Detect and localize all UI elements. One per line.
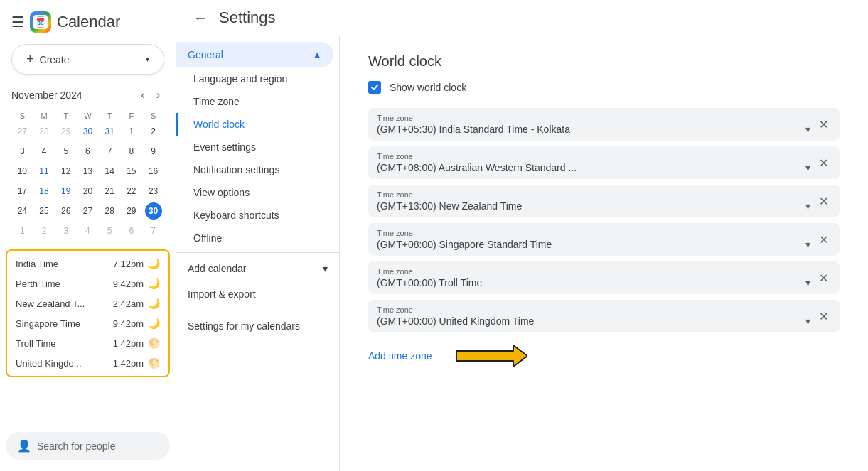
- sidebar-header: ☰ 30 Calendar: [0, 6, 176, 38]
- calendar-day[interactable]: 12: [55, 161, 77, 181]
- tz-close-nz[interactable]: ✕: [816, 192, 831, 211]
- tz-dropdown-chevron-troll[interactable]: ▾: [805, 277, 810, 288]
- wc-perth-name: Perth Time: [16, 278, 105, 289]
- calendar-day[interactable]: 30: [77, 121, 99, 141]
- calendar-day[interactable]: 3: [11, 141, 33, 161]
- tz-dropdown-chevron-uk[interactable]: ▾: [805, 315, 810, 327]
- calendar-month: November 2024: [11, 90, 82, 101]
- calendar-day[interactable]: 8: [121, 141, 143, 161]
- tz-dropdown-chevron[interactable]: ▾: [805, 124, 810, 135]
- tz-select-nz[interactable]: (GMT+13:00) New Zealand Time ▾: [377, 200, 810, 212]
- calendar-day[interactable]: 16: [142, 161, 164, 181]
- calendar-day[interactable]: 11: [33, 161, 55, 181]
- calendar-day[interactable]: 29: [121, 201, 143, 221]
- tz-select-australia[interactable]: (GMT+08:00) Australian Western Standard …: [377, 162, 810, 173]
- tz-close-uk[interactable]: ✕: [816, 307, 831, 326]
- calendar-day[interactable]: 14: [99, 161, 121, 181]
- calendar-day[interactable]: 6: [77, 141, 99, 161]
- calendar-day[interactable]: 25: [33, 201, 55, 221]
- calendar-day[interactable]: 29: [55, 121, 77, 141]
- calendar-day[interactable]: 15: [121, 161, 143, 181]
- prev-month-button[interactable]: ‹: [136, 86, 149, 104]
- nav-event-settings[interactable]: Event settings: [176, 136, 339, 158]
- calendar-day[interactable]: 9: [142, 141, 164, 161]
- create-button[interactable]: + Create ▾: [11, 44, 164, 75]
- tz-select-uk[interactable]: (GMT+00:00) United Kingdom Time ▾: [377, 315, 810, 327]
- tz-dropdown-chevron-sg[interactable]: ▾: [805, 239, 810, 250]
- tz-close-singapore[interactable]: ✕: [816, 230, 831, 249]
- tz-select-troll[interactable]: (GMT+00:00) Troll Time ▾: [377, 277, 810, 288]
- back-button[interactable]: ←: [193, 10, 208, 26]
- tz-dropdown-chevron-aus[interactable]: ▾: [805, 162, 810, 173]
- calendar-day[interactable]: 5: [99, 221, 121, 241]
- nav-import-export[interactable]: Import & export: [176, 281, 339, 307]
- day-header-w: W: [77, 110, 99, 121]
- calendar-day[interactable]: 20: [77, 181, 99, 201]
- calendar-day[interactable]: 24: [11, 201, 33, 221]
- world-clock-section-title: World clock: [368, 53, 840, 70]
- calendar-day[interactable]: 23: [142, 181, 164, 201]
- nav-settings-calendars[interactable]: Settings for my calendars: [176, 313, 339, 339]
- nav-language-region[interactable]: Language and region: [176, 67, 339, 90]
- calendar-day[interactable]: 1: [121, 121, 143, 141]
- nav-add-calendar-chevron: ▾: [323, 263, 328, 274]
- calendar-day[interactable]: 7: [142, 221, 164, 241]
- calendar-week-1: 27 28 29 30 31 1 2: [11, 121, 164, 141]
- tz-dropdown-chevron-nz[interactable]: ▾: [805, 200, 810, 212]
- tz-close-troll[interactable]: ✕: [816, 269, 831, 288]
- calendar-day-today[interactable]: 30: [142, 201, 164, 221]
- tz-select-india[interactable]: (GMT+05:30) India Standard Time - Kolkat…: [377, 124, 810, 135]
- tz-row-nz: Time zone (GMT+13:00) New Zealand Time ▾…: [368, 185, 840, 217]
- nav-offline[interactable]: Offline: [176, 227, 339, 249]
- calendar-day[interactable]: 22: [121, 181, 143, 201]
- tz-close-australia[interactable]: ✕: [816, 153, 831, 173]
- wc-perth: Perth Time 9:42pm 🌙: [13, 274, 163, 293]
- show-world-clock-checkbox[interactable]: [368, 81, 381, 94]
- nav-world-clock[interactable]: World clock: [176, 113, 339, 136]
- tz-content-uk: Time zone (GMT+00:00) United Kingdom Tim…: [377, 305, 810, 327]
- calendar-day[interactable]: 7: [99, 141, 121, 161]
- calendar-week-6: 1 2 3 4 5 6 7: [11, 221, 164, 241]
- day-header-th: T: [99, 110, 121, 121]
- tz-label-australia: Time zone: [377, 152, 810, 161]
- calendar-day[interactable]: 21: [99, 181, 121, 201]
- calendar-grid: S M T W T F S 27 28 29 30 31 1 2: [11, 110, 164, 241]
- hamburger-icon[interactable]: ☰: [11, 13, 24, 31]
- day-header-m: M: [33, 110, 55, 121]
- calendar-day[interactable]: 27: [77, 201, 99, 221]
- tz-close-india[interactable]: ✕: [816, 115, 831, 134]
- calendar-day[interactable]: 1: [11, 221, 33, 241]
- nav-keyboard-shortcuts[interactable]: Keyboard shortcuts: [176, 204, 339, 227]
- calendar-day[interactable]: 3: [55, 221, 77, 241]
- calendar-day[interactable]: 5: [55, 141, 77, 161]
- nav-time-zone[interactable]: Time zone: [176, 90, 339, 113]
- nav-divider: [176, 252, 339, 253]
- add-timezone-button[interactable]: Add time zone: [368, 350, 432, 362]
- calendar-day[interactable]: 28: [99, 201, 121, 221]
- calendar-day[interactable]: 4: [33, 141, 55, 161]
- calendar-day[interactable]: 31: [99, 121, 121, 141]
- calendar-day[interactable]: 4: [77, 221, 99, 241]
- nav-view-options[interactable]: View options: [176, 181, 339, 204]
- nav-add-calendar[interactable]: Add calendar ▾: [176, 256, 339, 281]
- search-people-button[interactable]: 👤 Search for people: [6, 432, 170, 460]
- calendar-day[interactable]: 2: [142, 121, 164, 141]
- calendar-day[interactable]: 27: [11, 121, 33, 141]
- nav-notification-settings[interactable]: Notification settings: [176, 158, 339, 181]
- next-month-button[interactable]: ›: [152, 86, 164, 104]
- calendar-day[interactable]: 17: [11, 181, 33, 201]
- calendar-day[interactable]: 26: [55, 201, 77, 221]
- calendar-day[interactable]: 10: [11, 161, 33, 181]
- nav-general[interactable]: General ▲: [176, 42, 333, 67]
- calendar-day[interactable]: 18: [33, 181, 55, 201]
- calendar-day[interactable]: 2: [33, 221, 55, 241]
- search-people-icon: 👤: [17, 439, 31, 453]
- calendar-day[interactable]: 28: [33, 121, 55, 141]
- calendar-week-3: 10 11 12 13 14 15 16: [11, 161, 164, 181]
- tz-select-singapore[interactable]: (GMT+08:00) Singapore Standard Time ▾: [377, 239, 810, 250]
- calendar-day[interactable]: 13: [77, 161, 99, 181]
- calendar-day[interactable]: 19: [55, 181, 77, 201]
- calendar-day[interactable]: 6: [121, 221, 143, 241]
- wc-uk-name: United Kingdo...: [16, 358, 105, 369]
- tz-content-singapore: Time zone (GMT+08:00) Singapore Standard…: [377, 229, 810, 250]
